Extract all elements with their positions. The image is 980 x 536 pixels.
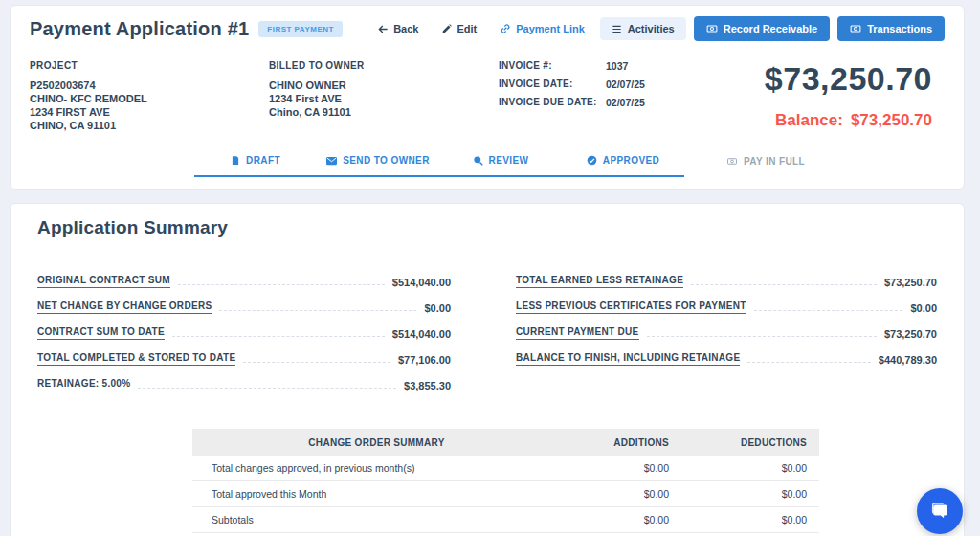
summary-left-column: ORIGINAL CONTRACT SUM $514,040.00 NET CH…: [37, 275, 451, 404]
project-name: CHINO- KFC REMODEL: [30, 92, 269, 105]
dotted-leader: [647, 336, 877, 337]
project-label: PROJECT: [30, 60, 269, 71]
project-number: P2502003674: [30, 78, 269, 92]
step-review[interactable]: REVIEW: [439, 147, 562, 175]
table-row-previous-months: Total changes approved, in previous mont…: [192, 456, 819, 481]
edit-button[interactable]: Edit: [434, 19, 484, 38]
first-payment-badge: FIRST PAYMENT: [258, 21, 343, 37]
summary-row-balance-to-finish: BALANCE TO FINISH, INCLUDING RETAINAGE $…: [516, 352, 937, 366]
summary-title: Application Summary: [37, 217, 947, 238]
summary-row-less-previous-certificates: LESS PREVIOUS CERTIFICATES FOR PAYMENT $…: [516, 301, 937, 314]
billed-to-label: BILLED TO OWNER: [269, 60, 499, 71]
summary-row-total-earned: TOTAL EARNED LESS RETAINAGE $73,250.70: [516, 275, 937, 288]
project-address: 1234 FIRST AVE: [30, 105, 269, 119]
pencil-icon: [441, 24, 452, 34]
banknote-icon: [706, 23, 718, 34]
dotted-leader: [178, 284, 385, 285]
owner-name: CHINO OWNER: [269, 78, 499, 92]
owner-city: Chino, CA 91101: [269, 105, 499, 119]
dotted-leader: [172, 336, 385, 337]
step-draft[interactable]: DRAFT: [194, 147, 317, 175]
header-change-order-summary: CHANGE ORDER SUMMARY: [192, 437, 561, 448]
payment-link-button[interactable]: Payment Link: [492, 19, 592, 38]
balance-line: Balance:$73,250.70: [738, 111, 932, 130]
link-icon: [500, 23, 511, 34]
back-button[interactable]: Back: [370, 19, 426, 38]
balance-label: Balance:: [775, 111, 843, 129]
invoice-date-value: 02/07/25: [606, 78, 645, 90]
page-title: Payment Application #1: [30, 18, 249, 40]
change-order-summary-table: CHANGE ORDER SUMMARY ADDITIONS DEDUCTION…: [192, 429, 819, 536]
table-row-subtotals: Subtotals $0.00 $0.00: [192, 507, 819, 533]
balance-value: $73,250.70: [851, 111, 932, 129]
header-deductions: DEDUCTIONS: [669, 437, 819, 448]
check-circle-icon: [587, 155, 597, 166]
transactions-button[interactable]: Transactions: [837, 16, 945, 41]
status-steps-active-group: DRAFT SEND TO OWNER REVIEW APPROVED: [194, 147, 684, 177]
magnifier-icon: [473, 155, 483, 166]
invoice-number-label: INVOICE #:: [499, 60, 606, 72]
amount-panel: $73,250.70 Balance:$73,250.70: [738, 60, 945, 132]
project-city: CHINO, CA 91101: [30, 119, 269, 132]
back-arrow-icon: [378, 24, 389, 34]
dotted-leader: [691, 284, 877, 285]
invoice-info: INVOICE #: 1037 INVOICE DATE: 02/07/25 I…: [499, 60, 738, 132]
dotted-leader: [138, 388, 396, 389]
invoice-due-date-value: 02/07/25: [606, 97, 645, 108]
document-icon: [231, 155, 240, 166]
step-pay-in-full[interactable]: PAY IN FULL: [684, 147, 847, 177]
payment-application-card: Payment Application #1 FIRST PAYMENT Bac…: [10, 5, 965, 190]
record-receivable-button[interactable]: Record Receivable: [694, 16, 830, 41]
header-actions: Back Edit Payment Link Activities: [370, 16, 945, 41]
table-row-approved-this-month: Total approved this Month $0.00 $0.00: [192, 481, 819, 507]
cash-icon: [726, 156, 738, 167]
summary-row-total-completed: TOTAL COMPLETED & STORED TO DATE $77,106…: [37, 352, 451, 366]
summary-row-original-contract-sum: ORIGINAL CONTRACT SUM $514,040.00: [37, 275, 451, 288]
project-info: PROJECT P2502003674 CHINO- KFC REMODEL 1…: [30, 60, 269, 132]
envelope-icon: [326, 156, 337, 166]
activities-button[interactable]: Activities: [600, 17, 686, 40]
step-approved[interactable]: APPROVED: [562, 147, 684, 175]
header-additions: ADDITIONS: [561, 437, 669, 448]
step-send-to-owner[interactable]: SEND TO OWNER: [317, 147, 439, 175]
dotted-leader: [243, 362, 390, 363]
dotted-leader: [747, 362, 870, 363]
banknote-icon: [850, 23, 861, 34]
chat-bubble-icon: [929, 501, 950, 522]
summary-right-column: TOTAL EARNED LESS RETAINAGE $73,250.70 L…: [516, 275, 937, 404]
dotted-leader: [219, 310, 416, 311]
dotted-leader: [754, 310, 903, 311]
status-steps: DRAFT SEND TO OWNER REVIEW APPROVED: [194, 147, 945, 177]
list-icon: [612, 24, 622, 34]
invoice-due-date-label: INVOICE DUE DATE:: [499, 97, 606, 108]
summary-row-contract-sum-to-date: CONTRACT SUM TO DATE $514,040.00: [37, 326, 451, 340]
summary-row-net-change: NET CHANGE BY CHANGE ORDERS $0.00: [37, 301, 451, 314]
application-summary-card: Application Summary ORIGINAL CONTRACT SU…: [10, 203, 965, 536]
total-amount: $73,250.70: [738, 60, 932, 98]
summary-row-retainage: RETAINAGE: 5.00% $3,855.30: [37, 378, 451, 391]
invoice-number-value: 1037: [606, 60, 628, 72]
invoice-date-label: INVOICE DATE:: [499, 78, 606, 90]
billed-to-owner-info: BILLED TO OWNER CHINO OWNER 1234 First A…: [269, 60, 499, 132]
chat-widget-button[interactable]: [917, 488, 963, 534]
change-order-table-header: CHANGE ORDER SUMMARY ADDITIONS DEDUCTION…: [192, 429, 819, 456]
owner-address: 1234 First AVE: [269, 92, 499, 105]
summary-row-current-payment-due: CURRENT PAYMENT DUE $73,250.70: [516, 326, 937, 340]
